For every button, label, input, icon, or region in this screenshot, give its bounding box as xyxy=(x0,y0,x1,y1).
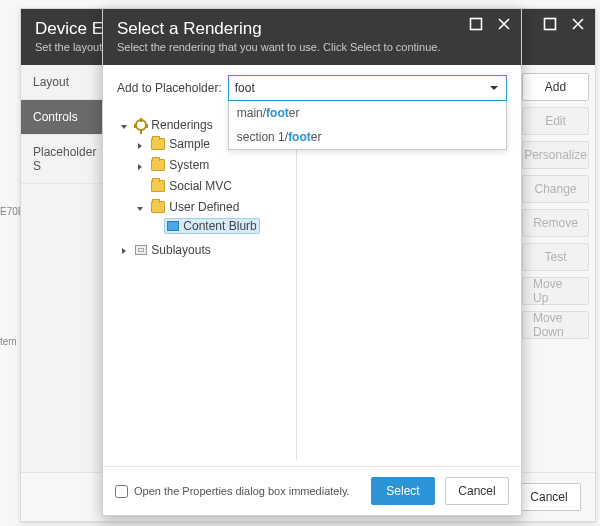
expand-icon[interactable] xyxy=(119,246,129,256)
tree-label: Content Blurb xyxy=(183,219,256,233)
tree-label: Social MVC xyxy=(169,179,232,193)
renderings-tree: Renderings Sample System Social MVC User… xyxy=(117,111,297,460)
edit-button: Edit xyxy=(522,107,589,135)
tree-label: Renderings xyxy=(151,118,212,132)
move-up-button: Move Up xyxy=(522,277,589,305)
svg-rect-1 xyxy=(471,19,482,30)
gear-icon xyxy=(135,119,147,131)
cancel-button[interactable]: Cancel xyxy=(445,477,509,505)
suggestion-post: er xyxy=(311,130,322,144)
move-down-button: Move Down xyxy=(522,311,589,339)
personalize-button: Personalize xyxy=(522,141,589,169)
folder-icon xyxy=(151,201,165,213)
suggestion-pre: main/ xyxy=(237,106,266,120)
open-properties-checkbox[interactable]: Open the Properties dialog box immediate… xyxy=(115,485,361,498)
device-editor-actions: Add Edit Personalize Change Remove Test … xyxy=(515,65,595,472)
suggestion-post: er xyxy=(289,106,300,120)
dropdown-caret-icon[interactable] xyxy=(485,79,503,97)
test-button: Test xyxy=(522,243,589,271)
placeholder-label: Add to Placeholder: xyxy=(117,81,222,95)
add-button[interactable]: Add xyxy=(522,73,589,101)
open-properties-input[interactable] xyxy=(115,485,128,498)
select-rendering-footer: Open the Properties dialog box immediate… xyxy=(103,466,521,515)
select-button[interactable]: Select xyxy=(371,477,435,505)
tree-node-renderings[interactable]: Renderings xyxy=(132,117,215,133)
expand-icon[interactable] xyxy=(135,141,145,151)
bg-fragment-2: tem xyxy=(0,336,17,347)
collapse-icon[interactable] xyxy=(135,204,145,214)
tree-node-user-defined[interactable]: User Defined xyxy=(148,199,242,215)
close-icon[interactable] xyxy=(569,15,587,33)
select-rendering-subtitle: Select the rendering that you want to us… xyxy=(117,41,507,53)
remove-button: Remove xyxy=(522,209,589,237)
suggestion-item[interactable]: section 1/footer xyxy=(229,125,506,149)
expand-icon[interactable] xyxy=(135,162,145,172)
tree-node-sublayouts[interactable]: Sublayouts xyxy=(132,242,213,258)
device-editor-cancel-button[interactable]: Cancel xyxy=(517,483,581,511)
tree-label: Sample xyxy=(169,137,210,151)
open-properties-label: Open the Properties dialog box immediate… xyxy=(134,485,350,497)
tree-node-system[interactable]: System xyxy=(148,157,212,173)
folder-icon xyxy=(151,159,165,171)
folder-icon xyxy=(151,180,165,192)
tree-label: User Defined xyxy=(169,200,239,214)
suggestion-pre: section 1/ xyxy=(237,130,288,144)
rendering-icon xyxy=(167,221,179,231)
select-rendering-title: Select a Rendering xyxy=(117,19,507,39)
collapse-icon[interactable] xyxy=(119,122,129,132)
tree-node-content-blurb[interactable]: Content Blurb xyxy=(164,218,259,234)
suggestion-match: foot xyxy=(288,130,311,144)
suggestion-item[interactable]: main/footer xyxy=(229,101,506,125)
suggestion-match: foot xyxy=(266,106,289,120)
close-icon[interactable] xyxy=(495,15,513,33)
folder-icon xyxy=(151,138,165,150)
change-button: Change xyxy=(522,175,589,203)
tree-node-sample[interactable]: Sample xyxy=(148,136,213,152)
placeholder-input[interactable] xyxy=(228,75,507,101)
sublayout-icon xyxy=(135,245,147,255)
maximize-icon[interactable] xyxy=(541,15,559,33)
tree-node-social[interactable]: Social MVC xyxy=(148,178,235,194)
tree-label: System xyxy=(169,158,209,172)
maximize-icon[interactable] xyxy=(467,15,485,33)
tree-label: Sublayouts xyxy=(151,243,210,257)
select-rendering-dialog: Select a Rendering Select the rendering … xyxy=(102,8,522,516)
svg-rect-0 xyxy=(545,19,556,30)
placeholder-suggestions: main/footer section 1/footer xyxy=(228,101,507,150)
select-rendering-header: Select a Rendering Select the rendering … xyxy=(103,9,521,65)
